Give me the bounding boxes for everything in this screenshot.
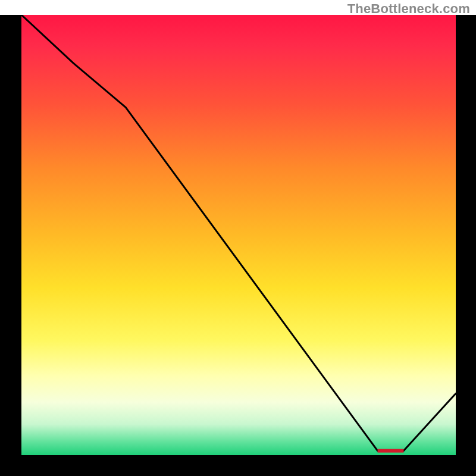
bottleneck-chart	[0, 15, 476, 476]
optimal-marker	[378, 449, 404, 453]
chart-plot-area	[21, 15, 456, 455]
